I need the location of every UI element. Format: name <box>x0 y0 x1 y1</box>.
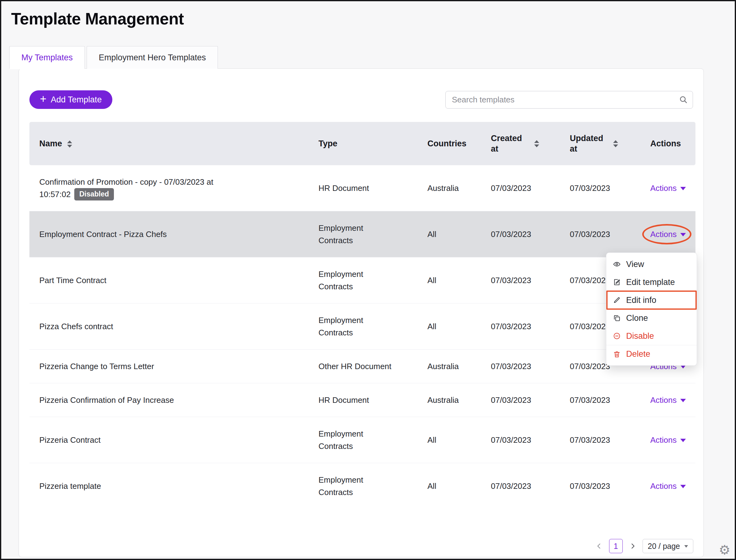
search-input[interactable] <box>446 91 693 109</box>
table-header-row: Name Type Countries Created at Updated a… <box>29 122 695 165</box>
menu-item-edit-info[interactable]: Edit info <box>606 291 697 309</box>
table-row[interactable]: Confirmation of Promotion - copy - 07/03… <box>29 165 695 211</box>
pagination: 1 20 / page <box>595 539 693 553</box>
actions-label: Actions <box>650 394 677 406</box>
page-size-select[interactable]: 20 / page <box>643 539 693 553</box>
template-created-at: 07/03/2023 <box>480 350 559 383</box>
menu-item-clone[interactable]: Clone <box>606 309 697 327</box>
template-updated-at: 07/03/2023 <box>559 383 640 417</box>
template-type: Employment Contracts <box>318 268 392 293</box>
sort-icon[interactable] <box>67 140 72 148</box>
actions-dropdown-menu: View Edit template Edit info Clone Di <box>606 252 697 366</box>
table-row[interactable]: Part Time Contract Employment Contracts … <box>29 257 695 304</box>
template-type: Employment Contracts <box>318 428 392 452</box>
template-name: Confirmation of Promotion - copy - 07/03… <box>39 177 213 199</box>
menu-item-label: Disable <box>626 331 654 341</box>
tab-label: Employment Hero Templates <box>99 53 206 62</box>
template-management-page: Template Management My Templates Employm… <box>1 9 735 557</box>
chevron-left-icon[interactable] <box>595 542 604 550</box>
column-header-actions: Actions <box>640 122 695 165</box>
tab-my-templates[interactable]: My Templates <box>9 46 85 69</box>
column-header-created-at: Created at <box>480 122 559 165</box>
clone-icon <box>613 314 621 322</box>
template-name: Part Time Contract <box>39 274 106 286</box>
search-icon <box>679 95 688 104</box>
add-template-button[interactable]: + Add Template <box>29 90 112 109</box>
row-actions-button[interactable]: Actions <box>650 394 686 406</box>
tab-employment-hero-templates[interactable]: Employment Hero Templates <box>87 46 218 69</box>
chevron-down-icon <box>680 399 686 402</box>
actions-label: Actions <box>650 228 677 240</box>
template-type: Employment Contracts <box>318 222 392 247</box>
page-number-button[interactable]: 1 <box>609 539 623 553</box>
template-countries: Australia <box>417 165 480 211</box>
template-countries: All <box>417 417 480 463</box>
template-name: Pizza Chefs contract <box>39 320 113 333</box>
template-type: Employment Contracts <box>318 314 392 339</box>
templates-card: + Add Template Name <box>19 68 704 557</box>
search-box <box>446 91 693 109</box>
template-created-at: 07/03/2023 <box>480 463 559 509</box>
template-name: Pizzeria Change to Terms Letter <box>39 360 154 373</box>
table-row[interactable]: Pizza Chefs contract Employment Contract… <box>29 304 695 350</box>
chevron-down-icon <box>680 439 686 442</box>
column-label: Actions <box>650 139 681 148</box>
template-countries: All <box>417 257 480 304</box>
column-label: Countries <box>428 139 467 148</box>
actions-label: Actions <box>650 434 677 446</box>
menu-item-label: Edit info <box>626 295 656 305</box>
settings-gear-icon[interactable]: ⚙ <box>719 542 730 558</box>
table-row[interactable]: Pizzeria template Employment Contracts A… <box>29 463 695 509</box>
tab-label: My Templates <box>21 53 73 62</box>
template-countries: All <box>417 304 480 350</box>
template-created-at: 07/03/2023 <box>480 211 559 257</box>
template-created-at: 07/03/2023 <box>480 304 559 350</box>
template-updated-at: 07/03/2023 <box>559 417 640 463</box>
menu-item-label: View <box>626 260 644 269</box>
column-label: Updated at <box>570 133 608 154</box>
template-type: Employment Contracts <box>318 474 392 498</box>
table-row[interactable]: Pizzeria Change to Terms Letter Other HR… <box>29 350 695 383</box>
table-row[interactable]: Pizzeria Confirmation of Pay Increase HR… <box>29 383 695 417</box>
menu-item-label: Clone <box>626 313 648 323</box>
menu-item-edit-template[interactable]: Edit template <box>606 273 697 291</box>
plus-icon: + <box>40 93 46 105</box>
menu-item-view[interactable]: View <box>606 255 697 273</box>
template-created-at: 07/03/2023 <box>480 417 559 463</box>
chevron-right-icon[interactable] <box>628 542 637 550</box>
table-row[interactable]: Employment Contract - Pizza Chefs Employ… <box>29 211 695 257</box>
row-actions-button[interactable]: Actions <box>650 480 686 492</box>
template-name: Pizzeria template <box>39 480 101 492</box>
sort-icon[interactable] <box>534 140 539 147</box>
actions-label: Actions <box>650 480 677 492</box>
column-label: Created at <box>491 133 529 154</box>
tabs: My Templates Employment Hero Templates <box>9 46 735 69</box>
column-header-type: Type <box>308 122 417 165</box>
column-header-name: Name <box>29 122 308 165</box>
template-countries: Australia <box>417 350 480 383</box>
sort-icon[interactable] <box>613 140 618 147</box>
menu-item-disable[interactable]: Disable <box>606 327 697 345</box>
template-updated-at: 07/03/2023 <box>559 165 640 211</box>
template-type: HR Document <box>318 182 369 194</box>
table-row[interactable]: Pizzeria Contract Employment Contracts A… <box>29 417 695 463</box>
toolbar: + Add Template <box>29 90 693 109</box>
add-template-label: Add Template <box>51 95 102 105</box>
template-countries: All <box>417 463 480 509</box>
chevron-down-icon <box>684 545 688 548</box>
row-actions-button[interactable]: Actions <box>650 182 686 194</box>
minus-circle-icon <box>613 332 621 340</box>
row-actions-button[interactable]: Actions <box>650 434 686 446</box>
template-type: Other HR Document <box>318 360 392 373</box>
menu-item-label: Delete <box>626 349 650 359</box>
column-header-countries: Countries <box>417 122 480 165</box>
template-name: Pizzeria Confirmation of Pay Increase <box>39 394 174 406</box>
template-name: Pizzeria Contract <box>39 434 101 446</box>
column-header-updated-at: Updated at <box>559 122 640 165</box>
chevron-down-icon <box>680 485 686 488</box>
page-size-label: 20 / page <box>648 542 680 551</box>
template-name: Employment Contract - Pizza Chefs <box>39 228 167 240</box>
row-actions-button[interactable]: Actions <box>650 228 686 240</box>
menu-item-delete[interactable]: Delete <box>606 345 697 363</box>
chevron-down-icon <box>680 233 686 236</box>
